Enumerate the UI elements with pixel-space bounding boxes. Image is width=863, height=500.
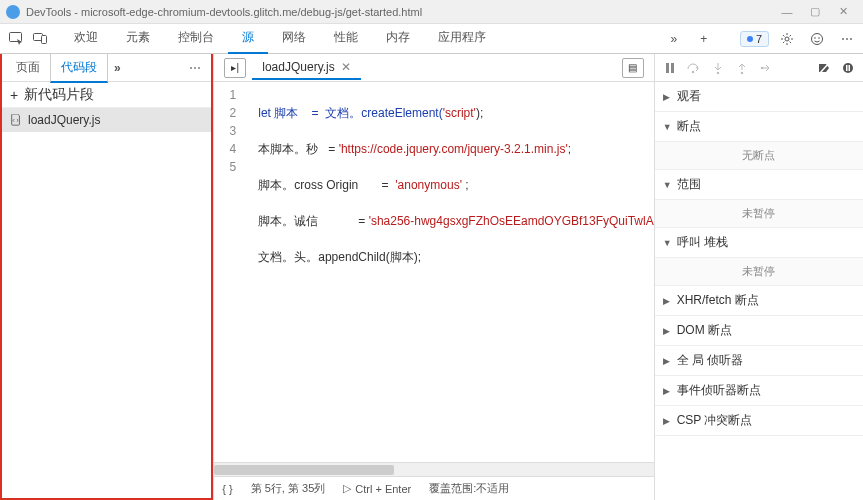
window-titlebar: DevTools - microsoft-edge-chromium-devto… xyxy=(0,0,863,24)
svg-point-13 xyxy=(843,63,853,73)
issues-badge[interactable]: 7 xyxy=(740,31,769,47)
svg-point-6 xyxy=(818,37,820,39)
tab-memory[interactable]: 内存 xyxy=(372,23,424,54)
tab-welcome[interactable]: 欢迎 xyxy=(60,23,112,54)
navigator-menu-icon[interactable]: ⋯ xyxy=(183,61,207,75)
tab-console[interactable]: 控制台 xyxy=(164,23,228,54)
svg-point-5 xyxy=(814,37,816,39)
settings-icon[interactable] xyxy=(775,27,799,51)
svg-point-12 xyxy=(761,66,763,68)
debugger-panel: ▶观看 ▼断点无断点 ▼范围未暂停 ▼呼叫 堆栈未暂停 ▶XHR/fetch 断… xyxy=(654,54,863,500)
minimize-button[interactable]: — xyxy=(773,2,801,22)
tab-application[interactable]: 应用程序 xyxy=(424,23,500,54)
section-event[interactable]: ▶事件侦听器断点 xyxy=(655,376,863,405)
snippet-file-name: loadJQuery.js xyxy=(28,113,100,127)
feedback-icon[interactable] xyxy=(805,27,829,51)
pause-icon[interactable] xyxy=(659,57,681,79)
section-xhr[interactable]: ▶XHR/fetch 断点 xyxy=(655,286,863,315)
svg-point-9 xyxy=(692,70,694,72)
dock-icon[interactable]: ▤ xyxy=(622,58,644,78)
play-icon: ▷ xyxy=(343,482,351,495)
svg-point-10 xyxy=(717,71,719,73)
file-nav-icon[interactable]: ▸| xyxy=(224,58,246,78)
section-global[interactable]: ▶全 局 侦听器 xyxy=(655,346,863,375)
tab-snippets[interactable]: 代码段 xyxy=(50,54,108,83)
code-content: let 脚本 = 文档。createElement('script'); 本脚本… xyxy=(242,82,653,462)
section-callstack[interactable]: ▼呼叫 堆栈 xyxy=(655,228,863,257)
step-into-icon[interactable] xyxy=(707,57,729,79)
cursor-position: 第 5行, 第 35列 xyxy=(251,481,326,496)
svg-rect-8 xyxy=(671,63,674,73)
section-watch[interactable]: ▶观看 xyxy=(655,82,863,111)
step-icon[interactable] xyxy=(755,57,777,79)
section-scope[interactable]: ▼范围 xyxy=(655,170,863,199)
navigator-tabs: 页面 代码段 » ⋯ xyxy=(2,54,211,82)
horizontal-scrollbar[interactable] xyxy=(214,462,653,476)
menu-icon[interactable]: ⋯ xyxy=(835,27,859,51)
tab-network[interactable]: 网络 xyxy=(268,23,320,54)
svg-rect-7 xyxy=(666,63,669,73)
navigator-more-icon[interactable]: » xyxy=(114,61,121,75)
editor-tab-label: loadJQuery.js xyxy=(262,60,334,74)
tab-elements[interactable]: 元素 xyxy=(112,23,164,54)
window-title: DevTools - microsoft-edge-chromium-devto… xyxy=(26,6,422,18)
line-gutter: 1 2 3 4 5 xyxy=(214,82,242,462)
step-out-icon[interactable] xyxy=(731,57,753,79)
svg-rect-15 xyxy=(849,65,851,71)
debugger-sections: ▶观看 ▼断点无断点 ▼范围未暂停 ▼呼叫 堆栈未暂停 ▶XHR/fetch 断… xyxy=(655,82,863,500)
editor-statusbar: { } 第 5行, 第 35列 ▷Ctrl + Enter 覆盖范围:不适用 xyxy=(214,476,653,500)
coverage-status: 覆盖范围:不适用 xyxy=(429,481,509,496)
more-tabs-icon[interactable]: » xyxy=(662,27,686,51)
snippet-file-item[interactable]: loadJQuery.js xyxy=(2,108,211,132)
svg-rect-0 xyxy=(9,33,21,42)
svg-point-11 xyxy=(741,71,743,73)
tab-performance[interactable]: 性能 xyxy=(320,23,372,54)
inspect-icon[interactable] xyxy=(4,27,28,51)
svg-point-3 xyxy=(785,37,789,41)
svg-rect-2 xyxy=(41,36,46,44)
new-snippet-label: 新代码片段 xyxy=(24,86,94,104)
step-over-icon[interactable] xyxy=(683,57,705,79)
device-icon[interactable] xyxy=(28,27,52,51)
run-snippet-button[interactable]: ▷Ctrl + Enter xyxy=(343,482,411,495)
svg-rect-14 xyxy=(846,65,848,71)
plus-icon: + xyxy=(10,87,18,103)
section-csp[interactable]: ▶CSP 冲突断点 xyxy=(655,406,863,435)
main-tabs: 欢迎 元素 控制台 源 网络 性能 内存 应用程序 xyxy=(60,23,500,54)
svg-point-4 xyxy=(812,33,823,44)
debugger-toolbar xyxy=(655,54,863,82)
snippet-file-icon xyxy=(10,114,22,126)
pause-exceptions-icon[interactable] xyxy=(837,57,859,79)
editor-panel: ▸| loadJQuery.js ✕ ▤ 1 2 3 4 5 let 脚本 = … xyxy=(213,54,653,500)
editor-tab[interactable]: loadJQuery.js ✕ xyxy=(252,56,360,80)
navigator-panel: 页面 代码段 » ⋯ + 新代码片段 loadJQuery.js xyxy=(0,54,213,500)
app-icon xyxy=(6,5,20,19)
editor-tabbar: ▸| loadJQuery.js ✕ ▤ xyxy=(214,54,653,82)
tab-sources[interactable]: 源 xyxy=(228,23,268,54)
section-dom[interactable]: ▶DOM 断点 xyxy=(655,316,863,345)
close-tab-icon[interactable]: ✕ xyxy=(341,60,351,74)
deactivate-breakpoints-icon[interactable] xyxy=(813,57,835,79)
add-tab-icon[interactable]: + xyxy=(692,27,716,51)
close-button[interactable]: ✕ xyxy=(829,2,857,22)
braces-icon[interactable]: { } xyxy=(222,483,232,495)
maximize-button[interactable]: ▢ xyxy=(801,2,829,22)
code-editor[interactable]: 1 2 3 4 5 let 脚本 = 文档。createElement('scr… xyxy=(214,82,653,462)
new-snippet-button[interactable]: + 新代码片段 xyxy=(2,82,211,108)
main-toolbar: 欢迎 元素 控制台 源 网络 性能 内存 应用程序 » + 7 ⋯ xyxy=(0,24,863,54)
tab-page[interactable]: 页面 xyxy=(6,54,50,81)
section-breakpoints[interactable]: ▼断点 xyxy=(655,112,863,141)
